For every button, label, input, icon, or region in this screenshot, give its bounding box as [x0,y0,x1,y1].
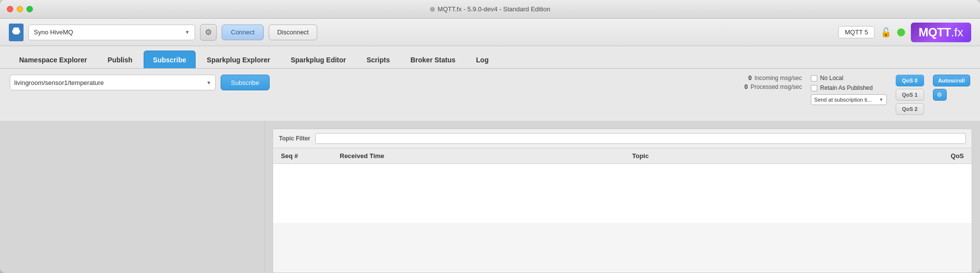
send-dropdown-arrow: ▼ [879,97,883,102]
titlebar: MQTT.fx - 5.9.0-dev4 - Standard Edition [0,0,980,19]
col-qos: QoS [925,152,964,160]
autoscroll-area: Autoscroll ⚙ [933,75,970,101]
tab-subscribe[interactable]: Subscribe [144,51,196,68]
table-header: Seq # Received Time Topic QoS [273,148,972,164]
toolbar-right: MQTT 5 🔓 MQTT .fx [838,23,971,42]
subscribe-input-area: livingroom/sensor1/temperature ▼ Subscri… [10,75,270,90]
right-panel: Topic Filter Seq # Received Time Topic Q… [265,121,980,273]
settings-icon: ⚙ [937,91,942,98]
col-received-time: Received Time [340,152,632,160]
connection-status-dot [897,28,905,36]
topic-dropdown-arrow[interactable]: ▼ [206,80,211,85]
tab-broker-status[interactable]: Broker Status [401,51,465,68]
incoming-count: 0 [748,75,752,82]
qos-0-button[interactable]: QoS 0 [896,75,924,86]
tab-scripts[interactable]: Scripts [357,51,399,68]
profile-select[interactable]: Syno HiveMQ ▼ [28,25,195,40]
close-button[interactable] [7,6,13,12]
mqtt-version-badge: MQTT 5 [838,26,874,38]
profile-name: Syno HiveMQ [34,28,73,36]
topic-filter-label: Topic Filter [279,135,310,142]
incoming-label: Incoming msg/sec [754,75,802,82]
svg-rect-2 [19,30,20,33]
subscribe-button[interactable]: Subscribe [221,75,270,90]
topic-input-container[interactable]: livingroom/sensor1/temperature ▼ [10,75,216,90]
tab-publish[interactable]: Publish [99,51,142,68]
qos-column: QoS 0 QoS 1 QoS 2 [896,75,924,115]
profile-dropdown-arrow: ▼ [185,29,190,35]
table-body [273,164,972,223]
titlebar-title: MQTT.fx - 5.9.0-dev4 - Standard Edition [430,5,551,13]
mqtt-logo: MQTT .fx [911,23,971,42]
minimize-button[interactable] [17,6,23,12]
svg-rect-0 [13,27,19,34]
tab-log[interactable]: Log [467,51,498,68]
nav-tabs: Namespace Explorer Publish Subscribe Spa… [0,46,980,69]
controls-row: livingroom/sensor1/temperature ▼ Subscri… [0,69,980,121]
settings-row: ⚙ [933,89,947,101]
tab-sparkplug-explorer[interactable]: Sparkplug Explorer [198,51,279,68]
qos-2-button[interactable]: QoS 2 [896,103,924,115]
topic-filter-row: Topic Filter [273,129,972,148]
topic-input-value: livingroom/sensor1/temperature [14,79,104,86]
settings-button[interactable]: ⚙ [200,24,217,41]
full-controls-row: livingroom/sensor1/temperature ▼ Subscri… [10,75,970,115]
retain-as-published-checkbox[interactable] [811,85,817,91]
profile-icon [9,24,24,41]
disconnect-button[interactable]: Disconnect [269,25,317,40]
logo-mqtt-text: MQTT [919,26,951,39]
toolbar: Syno HiveMQ ▼ ⚙ Connect Disconnect MQTT … [0,19,980,46]
stats-column: 0 Incoming msg/sec 0 Processed msg/sec [744,75,802,90]
app-title: MQTT.fx - 5.9.0-dev4 - Standard Edition [438,5,551,13]
retain-as-published-checkbox-row: Retain As Published [811,84,887,91]
tab-namespace-explorer[interactable]: Namespace Explorer [10,51,97,68]
app-window: MQTT.fx - 5.9.0-dev4 - Standard Edition … [0,0,980,273]
tab-sparkplug-editor[interactable]: Sparkplug Editor [281,51,355,68]
title-status-dot [430,7,435,12]
subscribe-options-area: 0 Incoming msg/sec 0 Processed msg/sec N… [744,75,970,115]
col-topic: Topic [632,152,925,160]
processed-label: Processed msg/sec [751,83,802,90]
options-column: No Local Retain As Published Send at sub… [811,75,887,105]
processed-count: 0 [744,83,748,90]
connect-button[interactable]: Connect [222,25,264,40]
no-local-checkbox-row: No Local [811,75,887,82]
incoming-stat: 0 Incoming msg/sec [744,75,802,82]
send-at-subscription-dropdown[interactable]: Send at subscription ti... ▼ [811,94,887,105]
processed-stat: 0 Processed msg/sec [744,83,802,90]
subscribe-settings-button[interactable]: ⚙ [933,89,947,101]
topic-filter-input[interactable] [315,133,966,144]
titlebar-buttons [7,6,33,12]
maximize-button[interactable] [26,6,33,12]
logo-fx-text: .fx [951,26,963,39]
qos-1-button[interactable]: QoS 1 [896,89,924,101]
left-panel [0,121,265,273]
no-local-label: No Local [820,75,843,82]
no-local-checkbox[interactable] [811,75,817,82]
lock-icon: 🔓 [880,27,891,38]
send-dropdown-label: Send at subscription ti... [814,97,872,103]
table-container: Topic Filter Seq # Received Time Topic Q… [273,129,972,273]
svg-rect-1 [12,30,13,33]
content-area: Topic Filter Seq # Received Time Topic Q… [0,121,980,273]
retain-as-published-label: Retain As Published [820,84,873,91]
autoscroll-button[interactable]: Autoscroll [933,75,970,86]
col-seq: Seq # [281,152,340,160]
